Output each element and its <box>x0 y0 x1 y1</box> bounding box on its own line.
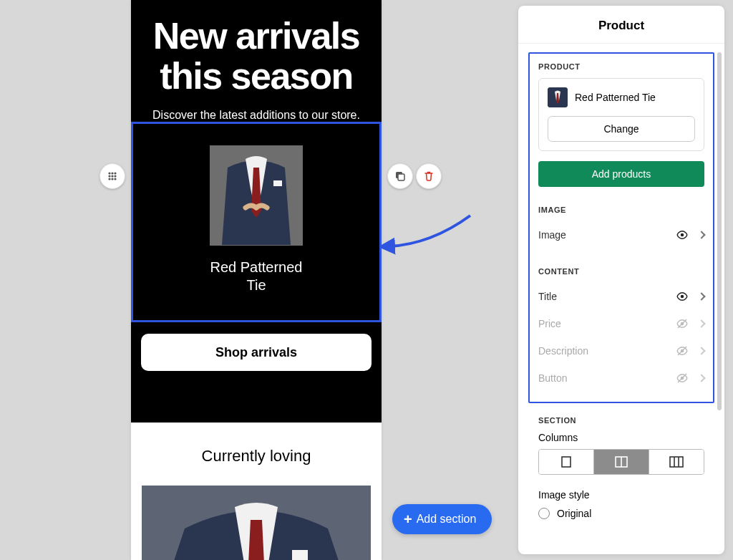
suit-illustration <box>213 146 299 245</box>
svg-point-9 <box>114 175 116 177</box>
trash-icon <box>423 170 435 182</box>
change-button[interactable]: Change <box>548 116 695 142</box>
selected-product-name: Red Patterned Tie <box>575 92 656 103</box>
columns-2-icon <box>614 455 628 468</box>
eye-hidden-icon <box>676 317 689 330</box>
svg-point-16 <box>681 233 684 237</box>
add-section-button[interactable]: + Add section <box>392 504 492 534</box>
currently-loving-image <box>142 486 371 560</box>
email-preview-canvas: New arrivals this season Discover the la… <box>131 0 382 560</box>
duplicate-button[interactable] <box>387 163 413 189</box>
row-title[interactable]: Title <box>538 283 704 310</box>
svg-rect-24 <box>562 457 571 467</box>
panel-highlight: PRODUCT Red Patterned Tie Change Add pro… <box>528 52 714 403</box>
eye-hidden-icon <box>676 372 689 385</box>
columns-1[interactable] <box>539 450 593 474</box>
svg-point-17 <box>681 295 684 299</box>
svg-rect-1 <box>273 180 282 186</box>
image-style-original[interactable]: Original <box>538 508 704 519</box>
chevron-right-icon <box>697 374 705 382</box>
svg-point-4 <box>108 172 110 174</box>
svg-rect-27 <box>670 457 683 467</box>
product-thumb <box>548 87 568 107</box>
hero-title: New arrivals this season <box>131 16 382 96</box>
plus-icon: + <box>404 512 412 526</box>
delete-button[interactable] <box>416 163 442 189</box>
chevron-right-icon <box>697 292 705 300</box>
section-settings: SECTION Columns Image style Original <box>528 403 714 519</box>
svg-point-11 <box>111 178 113 180</box>
annotation-arrow <box>381 212 474 255</box>
columns-segmented <box>538 449 704 475</box>
columns-3[interactable] <box>649 450 704 474</box>
row-description[interactable]: Description <box>538 337 704 365</box>
hero-section: New arrivals this season Discover the la… <box>131 0 382 423</box>
svg-rect-3 <box>292 550 308 560</box>
svg-point-8 <box>111 175 113 177</box>
shop-arrivals-button[interactable]: Shop arrivals <box>141 334 372 371</box>
product-image <box>210 145 303 246</box>
columns-1-icon <box>560 455 573 468</box>
svg-point-7 <box>108 175 110 177</box>
row-image[interactable]: Image <box>538 221 704 248</box>
columns-label: Columns <box>538 432 704 443</box>
add-products-button[interactable]: Add products <box>538 161 704 187</box>
columns-2[interactable] <box>593 450 649 474</box>
row-button[interactable]: Button <box>538 365 704 392</box>
panel-title: Product <box>518 6 724 44</box>
chevron-right-icon <box>697 231 705 238</box>
svg-rect-14 <box>398 174 404 180</box>
section-label-section: SECTION <box>538 416 704 425</box>
section-label-image: IMAGE <box>538 206 704 214</box>
inspector-panel: Product PRODUCT Red Patterned Tie Change… <box>518 6 724 554</box>
product-title: Red Patterned Tie <box>133 259 379 294</box>
image-style-label: Image style <box>538 489 704 501</box>
row-price[interactable]: Price <box>538 310 704 337</box>
selected-product-card: Red Patterned Tie Change <box>538 78 704 151</box>
chevron-right-icon <box>697 319 705 327</box>
svg-point-5 <box>111 172 113 174</box>
panel-scrollbar[interactable] <box>717 52 722 410</box>
svg-point-6 <box>114 172 116 174</box>
currently-loving-heading: Currently loving <box>131 423 382 486</box>
section-label-product: PRODUCT <box>538 62 704 71</box>
columns-3-icon <box>669 455 684 468</box>
svg-point-10 <box>108 178 110 180</box>
hero-subtitle: Discover the latest additions to our sto… <box>131 109 382 122</box>
duplicate-icon <box>394 170 406 182</box>
svg-point-12 <box>114 178 116 180</box>
radio-unchecked-icon <box>538 508 550 519</box>
drag-handle-button[interactable] <box>99 163 125 189</box>
product-block-selected[interactable]: Red Patterned Tie <box>131 122 382 322</box>
eye-visible-icon <box>676 290 689 303</box>
chevron-right-icon <box>697 347 705 354</box>
section-label-content: CONTENT <box>538 267 704 276</box>
eye-visible-icon <box>676 228 689 241</box>
eye-hidden-icon <box>676 344 689 357</box>
drag-handle-icon <box>107 171 117 181</box>
